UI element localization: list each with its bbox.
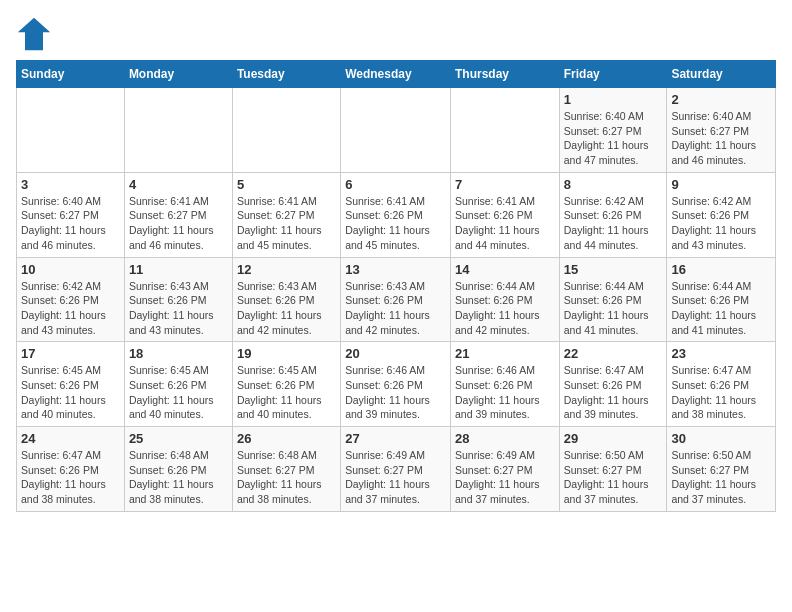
day-cell	[124, 88, 232, 173]
day-cell: 17Sunrise: 6:45 AM Sunset: 6:26 PM Dayli…	[17, 342, 125, 427]
day-number: 15	[564, 262, 663, 277]
day-cell	[450, 88, 559, 173]
day-number: 8	[564, 177, 663, 192]
day-cell: 23Sunrise: 6:47 AM Sunset: 6:26 PM Dayli…	[667, 342, 776, 427]
day-info: Sunrise: 6:44 AM Sunset: 6:26 PM Dayligh…	[455, 279, 555, 338]
day-info: Sunrise: 6:40 AM Sunset: 6:27 PM Dayligh…	[564, 109, 663, 168]
day-info: Sunrise: 6:45 AM Sunset: 6:26 PM Dayligh…	[21, 363, 120, 422]
week-row-3: 10Sunrise: 6:42 AM Sunset: 6:26 PM Dayli…	[17, 257, 776, 342]
day-info: Sunrise: 6:44 AM Sunset: 6:26 PM Dayligh…	[671, 279, 771, 338]
calendar-table: SundayMondayTuesdayWednesdayThursdayFrid…	[16, 60, 776, 512]
day-cell: 13Sunrise: 6:43 AM Sunset: 6:26 PM Dayli…	[341, 257, 451, 342]
day-number: 14	[455, 262, 555, 277]
day-number: 30	[671, 431, 771, 446]
day-cell: 22Sunrise: 6:47 AM Sunset: 6:26 PM Dayli…	[559, 342, 667, 427]
day-number: 3	[21, 177, 120, 192]
day-number: 10	[21, 262, 120, 277]
day-info: Sunrise: 6:40 AM Sunset: 6:27 PM Dayligh…	[21, 194, 120, 253]
day-number: 29	[564, 431, 663, 446]
day-cell: 16Sunrise: 6:44 AM Sunset: 6:26 PM Dayli…	[667, 257, 776, 342]
day-number: 20	[345, 346, 446, 361]
logo-icon	[16, 16, 52, 52]
day-number: 1	[564, 92, 663, 107]
day-cell: 21Sunrise: 6:46 AM Sunset: 6:26 PM Dayli…	[450, 342, 559, 427]
day-info: Sunrise: 6:41 AM Sunset: 6:26 PM Dayligh…	[345, 194, 446, 253]
day-info: Sunrise: 6:42 AM Sunset: 6:26 PM Dayligh…	[21, 279, 120, 338]
day-cell: 1Sunrise: 6:40 AM Sunset: 6:27 PM Daylig…	[559, 88, 667, 173]
day-number: 2	[671, 92, 771, 107]
col-header-wednesday: Wednesday	[341, 61, 451, 88]
day-number: 4	[129, 177, 228, 192]
day-info: Sunrise: 6:42 AM Sunset: 6:26 PM Dayligh…	[564, 194, 663, 253]
day-info: Sunrise: 6:44 AM Sunset: 6:26 PM Dayligh…	[564, 279, 663, 338]
col-header-saturday: Saturday	[667, 61, 776, 88]
svg-marker-0	[18, 18, 50, 50]
day-info: Sunrise: 6:41 AM Sunset: 6:26 PM Dayligh…	[455, 194, 555, 253]
day-cell: 18Sunrise: 6:45 AM Sunset: 6:26 PM Dayli…	[124, 342, 232, 427]
day-cell: 15Sunrise: 6:44 AM Sunset: 6:26 PM Dayli…	[559, 257, 667, 342]
day-cell	[341, 88, 451, 173]
day-cell: 9Sunrise: 6:42 AM Sunset: 6:26 PM Daylig…	[667, 172, 776, 257]
day-info: Sunrise: 6:41 AM Sunset: 6:27 PM Dayligh…	[237, 194, 336, 253]
day-cell: 20Sunrise: 6:46 AM Sunset: 6:26 PM Dayli…	[341, 342, 451, 427]
day-info: Sunrise: 6:46 AM Sunset: 6:26 PM Dayligh…	[345, 363, 446, 422]
day-cell: 5Sunrise: 6:41 AM Sunset: 6:27 PM Daylig…	[232, 172, 340, 257]
day-info: Sunrise: 6:50 AM Sunset: 6:27 PM Dayligh…	[564, 448, 663, 507]
day-info: Sunrise: 6:45 AM Sunset: 6:26 PM Dayligh…	[237, 363, 336, 422]
week-row-1: 1Sunrise: 6:40 AM Sunset: 6:27 PM Daylig…	[17, 88, 776, 173]
day-info: Sunrise: 6:47 AM Sunset: 6:26 PM Dayligh…	[21, 448, 120, 507]
day-info: Sunrise: 6:48 AM Sunset: 6:27 PM Dayligh…	[237, 448, 336, 507]
day-number: 11	[129, 262, 228, 277]
col-header-tuesday: Tuesday	[232, 61, 340, 88]
day-info: Sunrise: 6:40 AM Sunset: 6:27 PM Dayligh…	[671, 109, 771, 168]
day-cell	[232, 88, 340, 173]
day-number: 25	[129, 431, 228, 446]
week-row-4: 17Sunrise: 6:45 AM Sunset: 6:26 PM Dayli…	[17, 342, 776, 427]
day-number: 7	[455, 177, 555, 192]
week-row-2: 3Sunrise: 6:40 AM Sunset: 6:27 PM Daylig…	[17, 172, 776, 257]
day-info: Sunrise: 6:50 AM Sunset: 6:27 PM Dayligh…	[671, 448, 771, 507]
day-number: 16	[671, 262, 771, 277]
day-info: Sunrise: 6:45 AM Sunset: 6:26 PM Dayligh…	[129, 363, 228, 422]
day-number: 6	[345, 177, 446, 192]
day-cell: 3Sunrise: 6:40 AM Sunset: 6:27 PM Daylig…	[17, 172, 125, 257]
week-row-5: 24Sunrise: 6:47 AM Sunset: 6:26 PM Dayli…	[17, 427, 776, 512]
day-info: Sunrise: 6:47 AM Sunset: 6:26 PM Dayligh…	[564, 363, 663, 422]
day-number: 17	[21, 346, 120, 361]
day-info: Sunrise: 6:43 AM Sunset: 6:26 PM Dayligh…	[237, 279, 336, 338]
day-cell: 14Sunrise: 6:44 AM Sunset: 6:26 PM Dayli…	[450, 257, 559, 342]
col-header-monday: Monday	[124, 61, 232, 88]
day-cell: 6Sunrise: 6:41 AM Sunset: 6:26 PM Daylig…	[341, 172, 451, 257]
day-cell: 10Sunrise: 6:42 AM Sunset: 6:26 PM Dayli…	[17, 257, 125, 342]
header	[16, 16, 776, 52]
day-number: 24	[21, 431, 120, 446]
day-cell: 11Sunrise: 6:43 AM Sunset: 6:26 PM Dayli…	[124, 257, 232, 342]
day-cell: 26Sunrise: 6:48 AM Sunset: 6:27 PM Dayli…	[232, 427, 340, 512]
day-info: Sunrise: 6:43 AM Sunset: 6:26 PM Dayligh…	[345, 279, 446, 338]
day-cell: 7Sunrise: 6:41 AM Sunset: 6:26 PM Daylig…	[450, 172, 559, 257]
day-cell: 28Sunrise: 6:49 AM Sunset: 6:27 PM Dayli…	[450, 427, 559, 512]
col-header-sunday: Sunday	[17, 61, 125, 88]
day-cell: 25Sunrise: 6:48 AM Sunset: 6:26 PM Dayli…	[124, 427, 232, 512]
day-number: 19	[237, 346, 336, 361]
day-cell: 30Sunrise: 6:50 AM Sunset: 6:27 PM Dayli…	[667, 427, 776, 512]
logo	[16, 16, 56, 52]
day-cell: 27Sunrise: 6:49 AM Sunset: 6:27 PM Dayli…	[341, 427, 451, 512]
day-info: Sunrise: 6:46 AM Sunset: 6:26 PM Dayligh…	[455, 363, 555, 422]
header-row: SundayMondayTuesdayWednesdayThursdayFrid…	[17, 61, 776, 88]
day-number: 23	[671, 346, 771, 361]
day-info: Sunrise: 6:49 AM Sunset: 6:27 PM Dayligh…	[455, 448, 555, 507]
day-info: Sunrise: 6:49 AM Sunset: 6:27 PM Dayligh…	[345, 448, 446, 507]
col-header-thursday: Thursday	[450, 61, 559, 88]
day-number: 13	[345, 262, 446, 277]
day-info: Sunrise: 6:43 AM Sunset: 6:26 PM Dayligh…	[129, 279, 228, 338]
day-number: 28	[455, 431, 555, 446]
day-cell: 19Sunrise: 6:45 AM Sunset: 6:26 PM Dayli…	[232, 342, 340, 427]
day-cell: 2Sunrise: 6:40 AM Sunset: 6:27 PM Daylig…	[667, 88, 776, 173]
day-info: Sunrise: 6:47 AM Sunset: 6:26 PM Dayligh…	[671, 363, 771, 422]
day-number: 18	[129, 346, 228, 361]
day-info: Sunrise: 6:42 AM Sunset: 6:26 PM Dayligh…	[671, 194, 771, 253]
day-cell: 8Sunrise: 6:42 AM Sunset: 6:26 PM Daylig…	[559, 172, 667, 257]
day-number: 22	[564, 346, 663, 361]
day-cell: 29Sunrise: 6:50 AM Sunset: 6:27 PM Dayli…	[559, 427, 667, 512]
